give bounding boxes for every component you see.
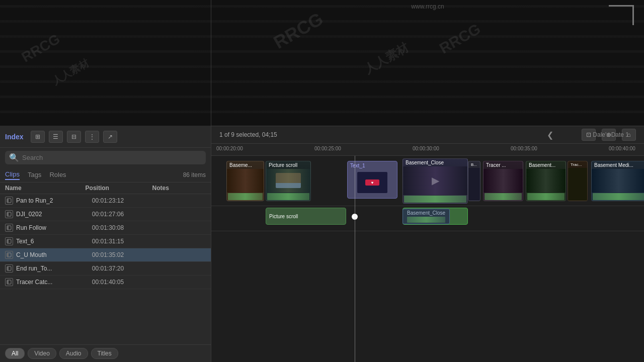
ruler-tick: 00:00:20:00 [216,146,243,151]
grid-btn[interactable]: ⊟ [67,131,81,143]
trac-label: Trac... [568,161,587,168]
clip-name: End run_To... [16,265,92,272]
search-bar: 🔍 [0,148,211,167]
left-panel: RRCG 人人素材 Index ⊞ ☰ ⊟ ⋮ ↗ 🔍 Clips Tags R… [0,0,211,362]
clip-position: 00:01:27:06 [92,211,155,218]
basement-med-wave [593,193,644,200]
filmstrip-btn[interactable]: ⊞ [31,131,45,143]
baseme-clip[interactable]: Baseme... [226,161,264,201]
nav-left-arrow[interactable]: ❮ [547,130,553,140]
filter-btn-all[interactable]: All [5,348,25,359]
basement-close-tooltip: Basement_Close [403,209,450,224]
clip-row[interactable]: Pan to Run_2 00:01:23:12 [0,194,211,208]
ruler-tick: 00:00:25:00 [314,146,341,151]
basement2-wave [527,193,565,200]
picture-scroll-clip[interactable]: Picture scroll [266,161,311,201]
search-input[interactable] [22,154,202,161]
clip-icon [5,197,13,205]
baseme-thumb [227,169,264,193]
clip-icon [5,210,13,218]
clip-icon [5,237,13,245]
clip-row[interactable]: DJI_0202 00:01:27:06 [0,208,211,221]
tab-clips[interactable]: Clips [5,169,20,180]
trac-clip[interactable]: Trac... [568,161,588,201]
search-wrap: 🔍 [5,151,206,164]
sort-btn[interactable]: ⋮ [85,131,99,143]
baseme-wave [228,193,263,200]
picture-scroll-thumb [266,169,310,193]
preview-section: RRCG 人人素材 RRCG www.rrcg.cn [211,0,644,126]
timeline-ruler: 00:00:20:0000:00:25:0000:00:30:0000:00:3… [211,144,644,156]
clip-icon [5,224,13,232]
tab-tags[interactable]: Tags [28,170,41,179]
svg-rect-5 [7,226,9,230]
b-clip[interactable]: B... [468,161,480,201]
search-icon: 🔍 [9,153,19,162]
main-area: RRCG 人人素材 RRCG www.rrcg.cn 1 of 9 select… [211,0,644,362]
timeline-cursor [355,156,355,362]
clip-name: Text_6 [16,238,92,245]
trac-thumb [568,168,587,201]
clip-list: Pan to Run_2 00:01:23:12 DJI_0202 00:01:… [0,194,211,344]
arrow-btn[interactable]: ↗ [103,131,117,143]
tabs-row: Clips Tags Roles 86 items [0,167,211,183]
col-header-notes: Notes [152,185,206,192]
svg-rect-11 [7,266,9,270]
clip-position: 00:01:23:12 [92,197,155,204]
video-track-1: Text_1 ♥ Basement_Close ▶ [211,156,644,206]
list-btn[interactable]: ☰ [49,131,63,143]
text1-thumbnail: ♥ [357,172,387,193]
basement2-label: Basement... [526,161,566,169]
clip-name: Run Follow [16,224,92,231]
basement2-clip[interactable]: Basement... [526,161,566,201]
filter-btn-video[interactable]: Video [28,348,56,359]
tracer-clip[interactable]: Tracer ... [483,161,523,201]
timeline-area[interactable]: 00:00:20:0000:00:25:0000:00:30:0000:00:3… [211,144,644,362]
clip-row[interactable]: Run Follow 00:01:30:08 [0,221,211,235]
nav-project-label: Dale's Date 1 [593,131,629,138]
clip-position: 00:01:31:15 [92,238,155,245]
basement-med-thumb [592,169,644,193]
ruler-tick: 00:00:35:00 [511,146,537,151]
index-label[interactable]: Index [5,133,24,141]
tracer-wave [485,193,522,200]
col-header-position: Position [86,185,152,192]
clip-row[interactable]: Text_6 00:01:31:15 [0,235,211,248]
b-label: B... [468,161,480,168]
tracer-label: Tracer ... [484,161,523,169]
filter-row: AllVideoAudioTitles [0,344,211,362]
clip-row[interactable]: Tracer Catc... 00:01:40:05 [0,276,211,289]
status-bar: 1 of 9 selected, 04;15 ⊡ ⊕ ⌂ ❮ Dale's Da… [211,126,644,144]
ruler-tick: 00:00:30:00 [413,146,439,151]
clip-name: DJI_0202 [16,211,92,218]
picture-scroll-audio-label: Picture scroll [269,214,298,219]
basement-close-wave [404,196,466,203]
tab-roles[interactable]: Roles [49,170,66,179]
clip-row[interactable]: End run_To... 00:01:37:20 [0,262,211,276]
basement-close-label: Basement_Close [403,159,467,166]
svg-rect-1 [7,199,9,203]
clip-position: 00:01:30:08 [92,224,155,231]
tracer-thumb [484,169,523,193]
basement2-thumb [526,169,566,193]
svg-rect-3 [7,212,9,216]
tracks-container: Text_1 ♥ Basement_Close ▶ [211,156,644,362]
status-text: 1 of 9 selected, 04;15 [219,131,277,138]
clip-position: 00:01:37:20 [92,265,155,272]
filter-btn-audio[interactable]: Audio [59,348,88,359]
clip-name: Pan to Run_2 [16,197,92,204]
basement-med-label: Basement Medi... [592,161,644,169]
picture-scroll-audio[interactable]: Picture scroll [266,208,346,225]
corner-bracket [609,5,634,25]
svg-rect-7 [7,239,9,243]
basement-med-clip[interactable]: Basement Medi... [591,161,644,201]
filter-btn-titles[interactable]: Titles [91,348,118,359]
basement-close-clip[interactable]: Basement_Close ▶ [403,158,468,204]
left-toolbar: Index ⊞ ☰ ⊟ ⋮ ↗ [0,126,211,148]
ruler-tick: 00:00:40:00 [609,146,635,151]
picture-scroll-label: Picture scroll [266,161,310,169]
clip-icon [5,251,13,259]
clip-row[interactable]: C_U Mouth 00:01:35:02 [0,248,211,262]
left-preview: RRCG 人人素材 [0,0,211,126]
clip-name: C_U Mouth [16,251,92,258]
